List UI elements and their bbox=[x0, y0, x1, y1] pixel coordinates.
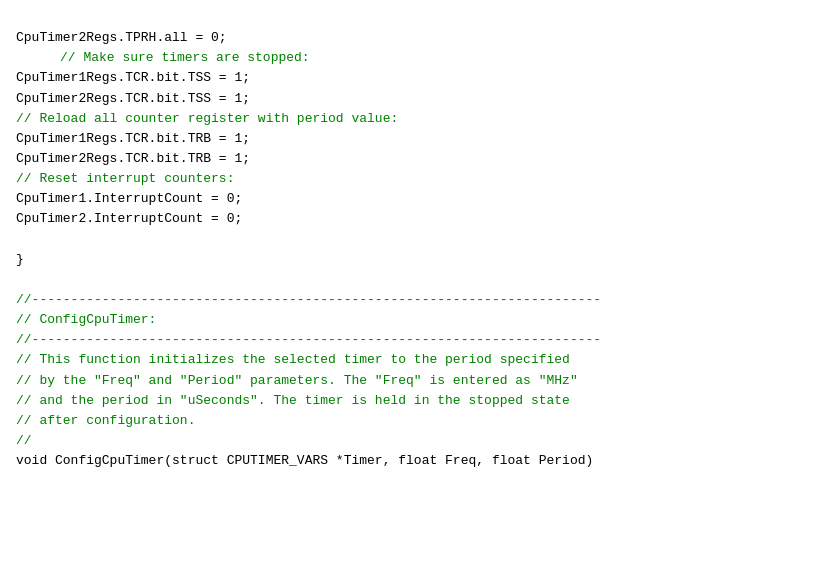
code-blank-line bbox=[0, 270, 814, 290]
code-line: CpuTimer1Regs.TCR.bit.TRB = 1; bbox=[0, 129, 814, 149]
code-line: CpuTimer1Regs.TCR.bit.TSS = 1; bbox=[0, 68, 814, 88]
code-blank-line bbox=[0, 230, 814, 250]
code-line: CpuTimer1.InterruptCount = 0; bbox=[0, 189, 814, 209]
code-line: // ConfigCpuTimer: bbox=[0, 310, 814, 330]
code-line: // Reset interrupt counters: bbox=[0, 169, 814, 189]
code-line: //--------------------------------------… bbox=[0, 290, 814, 310]
code-line: CpuTimer2Regs.TCR.bit.TRB = 1; bbox=[0, 149, 814, 169]
code-editor: CpuTimer2Regs.TPRH.all = 0;// Make sure … bbox=[0, 0, 814, 479]
code-line: //--------------------------------------… bbox=[0, 330, 814, 350]
code-line: // by the "Freq" and "Period" parameters… bbox=[0, 371, 814, 391]
code-line: CpuTimer2.InterruptCount = 0; bbox=[0, 209, 814, 229]
code-line: CpuTimer2Regs.TPRH.all = 0; bbox=[0, 28, 814, 48]
code-line: // Reload all counter register with peri… bbox=[0, 109, 814, 129]
code-line: } bbox=[0, 250, 814, 270]
code-line: CpuTimer2Regs.TCR.bit.TSS = 1; bbox=[0, 89, 814, 109]
code-line: // Make sure timers are stopped: bbox=[0, 48, 814, 68]
code-line: void ConfigCpuTimer(struct CPUTIMER_VARS… bbox=[0, 451, 814, 471]
code-line: // after configuration. bbox=[0, 411, 814, 431]
code-line: // bbox=[0, 431, 814, 451]
code-line: // This function initializes the selecte… bbox=[0, 350, 814, 370]
code-line: // and the period in "uSeconds". The tim… bbox=[0, 391, 814, 411]
